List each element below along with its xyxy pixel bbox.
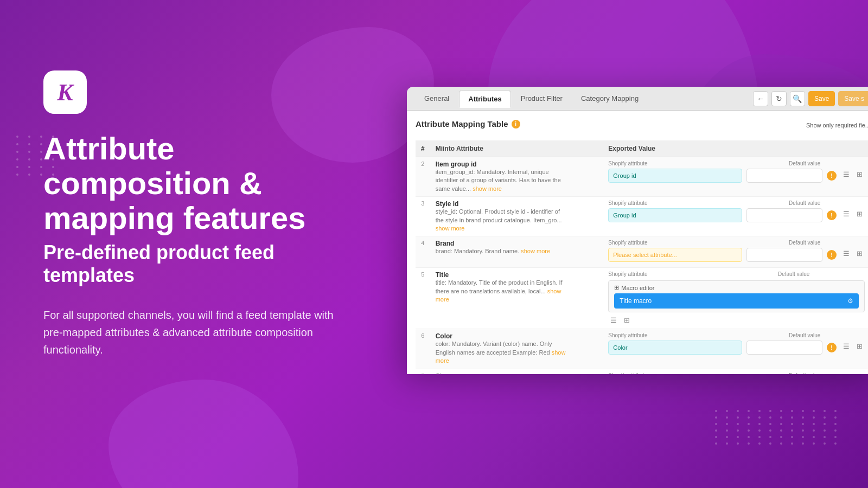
exported-value-cell: Shopify attribute Default value ⊞ Macro … xyxy=(603,268,868,329)
shopify-label: Shopify attribute xyxy=(608,200,784,206)
macro-title-bar[interactable]: Title macro ⚙ xyxy=(614,293,859,309)
description: For all supported channels, you will fin… xyxy=(43,306,347,358)
grid-icon[interactable]: ⊞ xyxy=(854,341,865,351)
tabs-bar: General Attributes Product Filter Catego… xyxy=(407,87,868,111)
attr-name: Title xyxy=(436,271,598,279)
macro-icon: ⚙ xyxy=(847,297,853,305)
warning-icon: ! xyxy=(827,250,837,260)
attr-desc: brand: Mandatory. Brand name. show more xyxy=(436,247,566,255)
tab-general[interactable]: General xyxy=(416,90,458,107)
grid-icon[interactable]: ⊞ xyxy=(854,248,865,259)
table-row: 3 Style id style_id: Optional. Product s… xyxy=(416,197,868,236)
miinto-attribute-cell: Style id style_id: Optional. Product sty… xyxy=(430,197,603,236)
attr-name: Brand xyxy=(436,240,598,247)
save-secondary-button[interactable]: Save s xyxy=(838,91,868,106)
save-button[interactable]: Save xyxy=(808,91,835,106)
exported-field-row: ! ☰ ⊞ xyxy=(608,169,865,183)
default-input[interactable] xyxy=(746,208,822,222)
default-label: Default value xyxy=(789,160,865,166)
shopify-label: Shopify attribute xyxy=(608,271,774,277)
attr-name: Size xyxy=(436,373,598,374)
list-icon[interactable]: ☰ xyxy=(608,314,619,325)
row-action-icons: ☰ ⊞ xyxy=(608,314,865,325)
attr-desc: color: Mandatory. Variant (color) name. … xyxy=(436,340,566,365)
macro-editor-header: ⊞ Macro editor xyxy=(614,284,859,291)
miinto-attribute-cell: Item group id item_group_id: Mandatory. … xyxy=(430,157,603,197)
logo-box: K xyxy=(43,70,87,114)
row-number: 7 xyxy=(416,369,430,374)
exported-labels-row: Shopify attribute Default value xyxy=(608,200,865,207)
grid-icon[interactable]: ⊞ xyxy=(854,169,865,179)
show-more-link[interactable]: show more xyxy=(521,248,550,254)
macro-editor-label: Macro editor xyxy=(621,285,654,291)
shopify-input[interactable] xyxy=(608,248,742,262)
attr-desc: style_id: Optional. Product style id - i… xyxy=(436,208,566,233)
list-icon[interactable]: ☰ xyxy=(841,341,852,351)
exported-value-cell: Shopify attribute Default value ! ☰ ⊞ xyxy=(603,236,868,268)
subheadline: Pre-defined product feed templates xyxy=(43,241,347,287)
miinto-attribute-cell: Title title: Mandatory. Title of the pro… xyxy=(430,268,603,329)
content-area: Attribute Mapping Table i Show only requ… xyxy=(407,111,868,374)
refresh-button[interactable]: ↻ xyxy=(771,91,787,106)
blob-decoration-3 xyxy=(108,380,298,488)
default-input[interactable] xyxy=(746,341,822,355)
col-exported-value: Exported Value xyxy=(603,140,868,157)
show-more-link[interactable]: show more xyxy=(473,185,502,192)
default-label: Default value xyxy=(778,271,865,277)
miinto-attribute-cell: Size size: Mandatory. Item size name. Mu… xyxy=(430,369,603,374)
table-row: 7 Size size: Mandatory. Item size name. … xyxy=(416,369,868,374)
headline-line1: Attribute xyxy=(43,131,347,166)
miinto-attribute-cell: Color color: Mandatory. Variant (color) … xyxy=(430,329,603,369)
tab-actions: ← ↻ 🔍 Save Save s xyxy=(753,91,868,106)
grid-icon[interactable]: ⊞ xyxy=(854,208,865,219)
default-label: Default value xyxy=(789,373,865,374)
shopify-input[interactable] xyxy=(608,208,742,222)
show-only-required: Show only required fie... xyxy=(806,122,868,129)
default-input[interactable] xyxy=(746,248,822,262)
show-more-link[interactable]: show more xyxy=(436,349,566,364)
row-action-icons: ☰ ⊞ xyxy=(841,341,865,351)
dots-decoration-right xyxy=(715,410,841,445)
shopify-label: Shopify attribute xyxy=(608,160,784,166)
exported-field-row: ! ☰ ⊞ xyxy=(608,208,865,222)
attr-desc: title: Mandatory. Title of the product i… xyxy=(436,279,566,304)
shopify-label: Shopify attribute xyxy=(608,240,784,246)
attr-name: Item group id xyxy=(436,160,598,168)
row-number: 2 xyxy=(416,157,430,197)
exported-value-cell: Shopify attribute Default value ! ☰ ⊞ xyxy=(603,329,868,369)
exported-labels-row: Shopify attribute Default value xyxy=(608,160,865,168)
tab-product-filter[interactable]: Product Filter xyxy=(512,90,571,107)
left-content-area: K Attribute composition & mapping featur… xyxy=(43,70,347,358)
default-input[interactable] xyxy=(746,169,822,183)
attr-name: Color xyxy=(436,332,598,340)
tab-attributes[interactable]: Attributes xyxy=(459,90,510,108)
headline-line3: mapping features xyxy=(43,201,347,235)
list-icon[interactable]: ☰ xyxy=(841,169,852,179)
shopify-label: Shopify attribute xyxy=(608,332,784,338)
warning-icon: ! xyxy=(827,210,837,220)
search-button[interactable]: 🔍 xyxy=(790,91,805,106)
exported-labels-row: Shopify attribute Default value xyxy=(608,332,865,339)
exported-labels-row: Shopify attribute Default value xyxy=(608,240,865,247)
exported-value-cell: Shopify attribute Default value ! ☰ ⊞ xyxy=(603,369,868,374)
list-icon[interactable]: ☰ xyxy=(841,208,852,219)
show-more-link[interactable]: show more xyxy=(436,225,465,232)
section-title: Attribute Mapping Table i xyxy=(416,119,520,129)
col-miinto-attr: Miinto Attribute xyxy=(430,140,603,157)
default-label: Default value xyxy=(789,200,865,206)
attr-name: Style id xyxy=(436,200,598,208)
grid-icon[interactable]: ⊞ xyxy=(621,314,632,325)
logo-letter: K xyxy=(57,79,73,106)
attr-desc: item_group_id: Mandatory. Internal, uniq… xyxy=(436,168,566,193)
headline: Attribute composition & mapping features xyxy=(43,131,347,235)
list-icon[interactable]: ☰ xyxy=(841,248,852,259)
shopify-input[interactable] xyxy=(608,341,742,355)
back-button[interactable]: ← xyxy=(753,91,768,106)
tab-category-mapping[interactable]: Category Mapping xyxy=(572,90,647,107)
default-label: Default value xyxy=(789,240,865,246)
shopify-input[interactable] xyxy=(608,169,742,183)
show-more-link[interactable]: show more xyxy=(436,288,561,303)
table-row: 4 Brand brand: Mandatory. Brand name. sh… xyxy=(416,236,868,268)
row-action-icons: ☰ ⊞ xyxy=(841,208,865,219)
row-number: 5 xyxy=(416,268,430,329)
